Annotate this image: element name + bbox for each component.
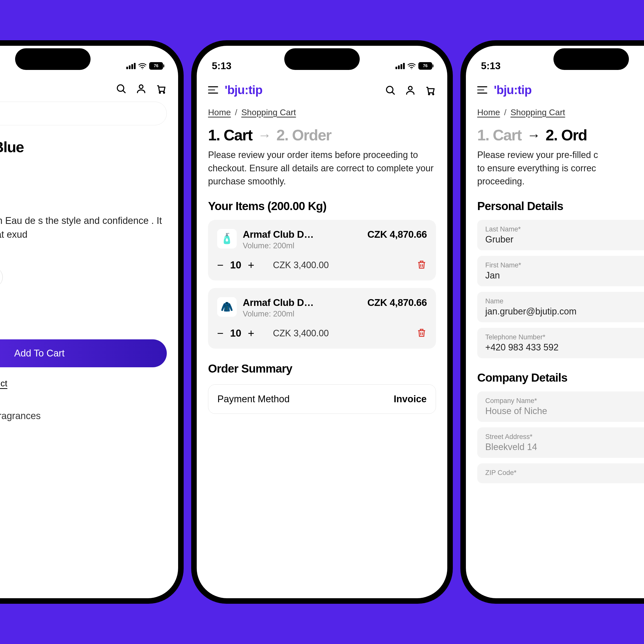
item-volume: Volume: 200ml xyxy=(243,308,318,318)
intro-text: Please review your order items before pr… xyxy=(208,148,436,199)
cart-icon[interactable] xyxy=(156,83,167,94)
personal-heading: Personal Details xyxy=(477,199,644,220)
checkout-steps: 1. Cart → 2. Order xyxy=(208,126,436,148)
dynamic-island xyxy=(553,48,629,70)
qty-stepper: − 10 + xyxy=(217,259,254,271)
svg-point-3 xyxy=(164,92,165,93)
phone-cart: 5:13 76 'bju:tip Home / xyxy=(191,40,453,604)
qty-minus[interactable]: − xyxy=(217,259,224,271)
phone-field[interactable]: Telephone Number*+420 983 433 592 xyxy=(477,328,644,358)
unit-price: CZK 3,400.00 xyxy=(273,328,329,339)
ask-question-link[interactable]: estion about product xyxy=(0,378,167,411)
app-header xyxy=(0,76,167,102)
signal-icon xyxy=(395,63,405,69)
step-cart: 1. Cart xyxy=(208,126,252,144)
search-icon[interactable] xyxy=(385,85,396,96)
items-heading: Your Items (200.00 Kg) xyxy=(208,199,436,220)
qty-plus[interactable]: + xyxy=(248,259,254,271)
payment-method-label: Payment Method xyxy=(217,394,290,405)
crumb-cart[interactable]: Shopping Cart xyxy=(241,107,296,117)
zip-field[interactable]: ZIP Code* xyxy=(477,463,644,483)
crumb-home[interactable]: Home xyxy=(477,107,500,117)
battery-icon: 76 xyxy=(149,62,163,70)
step-order: 2. Ord xyxy=(546,126,587,144)
qty-value: 10 xyxy=(230,328,241,339)
last-name-field[interactable]: Last Name*Gruber xyxy=(477,220,644,250)
dynamic-island xyxy=(15,48,91,70)
arrow-icon: → xyxy=(258,127,271,143)
add-to-cart-button[interactable]: Add To Cart xyxy=(0,339,167,367)
item-total: CZK 4,870.66 xyxy=(367,229,427,240)
product-title-line2 xyxy=(0,162,167,190)
crumb-cart[interactable]: Shopping Cart xyxy=(510,107,565,117)
item-volume: Volume: 200ml xyxy=(243,240,318,250)
signal-icon xyxy=(126,63,136,69)
menu-icon[interactable] xyxy=(477,86,487,94)
dynamic-island xyxy=(284,48,360,70)
price: 00 xyxy=(0,302,167,318)
status-time: 5:13 xyxy=(212,60,231,71)
user-icon[interactable] xyxy=(136,83,147,94)
app-header: 'bju:tip xyxy=(208,76,436,104)
search-icon[interactable] xyxy=(115,83,127,94)
summary-heading: Order Summary xyxy=(208,356,436,382)
intro-text: Please review your pre-filled cto ensure… xyxy=(477,148,644,199)
delete-button[interactable] xyxy=(416,259,427,271)
cart-icon[interactable] xyxy=(425,85,436,96)
qty-minus[interactable]: − xyxy=(217,327,224,340)
breadcrumb: Home / Shopping Cart xyxy=(208,104,436,126)
company-name-field[interactable]: Company Name*House of Niche xyxy=(477,391,644,422)
availability: ability: In Stock xyxy=(0,190,167,214)
step-cart: 1. Cart xyxy=(477,126,521,144)
first-name-field[interactable]: First Name*Jan xyxy=(477,256,644,286)
volume-options: 00 ml 50 ml xyxy=(0,267,167,302)
delete-button[interactable] xyxy=(416,328,427,339)
logo[interactable]: 'bju:tip xyxy=(225,83,262,97)
wifi-icon xyxy=(138,62,147,70)
product-description: t Blue Iconic is an Eau de s the style a… xyxy=(0,214,167,267)
app-header: 'bju:tip xyxy=(477,76,644,104)
qty-stepper: − 10 + xyxy=(217,327,254,340)
cart-item: 🧴 Armaf Club De… Volume: 200ml CZK 4,870… xyxy=(208,220,436,280)
tagline: on of Premium Fragrances xyxy=(0,411,167,421)
step-order: 2. Order xyxy=(276,126,331,144)
menu-icon[interactable] xyxy=(208,86,218,94)
svg-point-5 xyxy=(409,86,412,90)
phone-order: 5:13 'bju:tip Home / Shopping Cart 1. Ca… xyxy=(460,40,644,604)
battery-icon: 76 xyxy=(418,62,432,70)
payment-method-value: Invoice xyxy=(394,394,427,405)
item-name: Armaf Club De… xyxy=(243,297,318,308)
svg-point-1 xyxy=(139,85,143,89)
checkout-steps: 1. Cart → 2. Ord xyxy=(477,126,644,148)
company-heading: Company Details xyxy=(477,364,644,391)
svg-point-6 xyxy=(428,94,429,95)
arrow-icon: → xyxy=(527,127,540,143)
phone-product: 76 b De Nuit Blue ability: In Stock t Bl… xyxy=(0,40,184,604)
qty-value: 10 xyxy=(230,259,241,271)
product-thumb: 🧥 xyxy=(217,297,237,317)
item-total: CZK 4,870.66 xyxy=(367,297,427,308)
trash-icon xyxy=(416,328,427,338)
user-icon[interactable] xyxy=(405,85,416,96)
product-title: b De Nuit Blue xyxy=(0,135,167,162)
qty-plus[interactable]: + xyxy=(248,327,254,340)
unit-price: CZK 3,400.00 xyxy=(273,260,329,270)
search-box[interactable] xyxy=(0,102,167,125)
item-name: Armaf Club De… xyxy=(243,229,318,240)
svg-point-2 xyxy=(159,92,160,93)
street-field[interactable]: Street Address*Bleekveld 14 xyxy=(477,427,644,458)
order-summary: Payment Method Invoice xyxy=(208,384,436,414)
crumb-home[interactable]: Home xyxy=(208,107,231,117)
logo[interactable]: 'bju:tip xyxy=(494,83,532,97)
volume-pill[interactable]: 50 ml xyxy=(0,267,3,288)
trash-icon xyxy=(416,259,427,270)
status-time: 5:13 xyxy=(481,60,501,71)
svg-point-7 xyxy=(433,94,434,95)
old-price: 00 xyxy=(0,318,167,339)
wifi-icon xyxy=(407,62,416,70)
email-field[interactable]: Namejan.gruber@bjutip.com xyxy=(477,292,644,322)
breadcrumb: Home / Shopping Cart xyxy=(477,104,644,126)
product-thumb: 🧴 xyxy=(217,229,237,249)
cart-item: 🧥 Armaf Club De… Volume: 200ml CZK 4,870… xyxy=(208,288,436,349)
